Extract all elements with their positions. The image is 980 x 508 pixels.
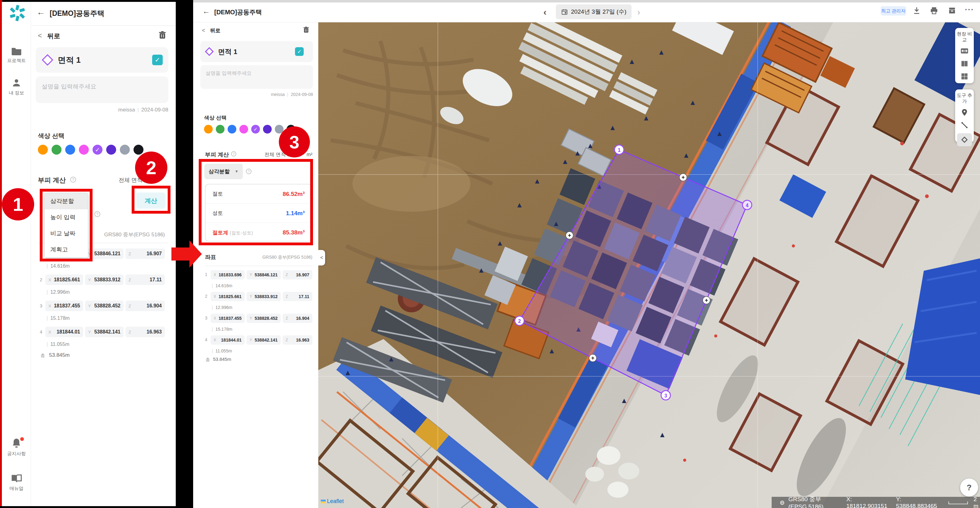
scale-label: 2 m [974, 496, 980, 508]
point-z-field[interactable]: Z17.11 [283, 292, 312, 301]
project-back-arrow-icon[interactable]: ← [37, 8, 45, 17]
point-x-field[interactable]: X181837.455 [45, 301, 83, 311]
segment-distance: |12.996m [46, 290, 70, 295]
coords-section-title: 좌표 [205, 253, 216, 261]
point-z-field[interactable]: Z17.11 [126, 274, 165, 285]
more-menu-button[interactable]: ⋯ [964, 4, 974, 14]
annotation-badge-1: 1 [2, 188, 34, 220]
method-help-icon[interactable]: ? [94, 211, 100, 217]
color-swatch[interactable] [216, 125, 224, 134]
total-distance: 53.845m [213, 357, 231, 362]
meissa-logo[interactable] [9, 4, 26, 23]
printer-icon [930, 6, 939, 15]
color-swatch[interactable] [79, 145, 89, 154]
vertex-1-label: 1 [618, 148, 621, 153]
color-swatch[interactable] [51, 145, 62, 154]
add-line-button[interactable] [960, 121, 969, 130]
map-viewport[interactable]: + + + + 1 2 3 4 < 현장 비교 [318, 22, 980, 508]
split-2-icon [961, 60, 969, 68]
segment-distance: |11.055m [212, 349, 232, 354]
project-back-arrow-icon[interactable]: ← [202, 7, 210, 16]
project-title: [DEMO]공동주택 [50, 9, 104, 18]
back-chevron-icon[interactable]: < [202, 27, 205, 34]
point-z-field[interactable]: Z16.907 [283, 270, 312, 279]
point-y-field[interactable]: Y538846.121 [247, 270, 281, 279]
point-z-field[interactable]: Z16.963 [283, 335, 312, 345]
compare-tools-card: 현장 비교 [955, 28, 974, 83]
split-4-view-button[interactable] [960, 72, 969, 81]
add-area-button-selected[interactable] [957, 133, 972, 146]
color-swatch[interactable] [263, 125, 272, 134]
point-z-field[interactable]: Z16.904 [283, 314, 312, 323]
color-swatch[interactable] [134, 145, 143, 154]
point-y-field[interactable]: Y538833.912 [247, 292, 281, 301]
sidebar-item-manual[interactable]: 매뉴얼 [2, 474, 31, 492]
area-diamond-icon [960, 135, 969, 144]
point-index: 3 [205, 315, 207, 320]
location-pin-icon [961, 108, 969, 116]
tools-card-title: 도구 추가 [955, 89, 974, 104]
total-label: 총 [40, 353, 45, 358]
point-y-field[interactable]: Y538842.141 [85, 326, 124, 337]
feature-visibility-checkbox[interactable]: ✓ [295, 47, 304, 56]
archive-button[interactable] [948, 6, 956, 16]
sidebar-item-projects[interactable]: 프로젝트 [2, 46, 31, 64]
volume-help-icon[interactable]: ? [70, 177, 76, 183]
point-z-field[interactable]: Z16.963 [126, 326, 165, 337]
date-picker-button[interactable]: 2024년 3월 27일 (수) [556, 4, 632, 19]
segment-distance: |15.178m [212, 326, 232, 332]
color-swatch[interactable] [228, 125, 236, 134]
feature-visibility-checkbox[interactable]: ✓ [152, 55, 163, 65]
point-x-field[interactable]: X181837.455 [210, 314, 245, 323]
app-screen: ‹ 2024년 3월 27일 (수) › 최고 관리자 ⋯ ← [DEMO]공동… [0, 0, 980, 508]
color-swatch[interactable] [38, 145, 48, 154]
swipe-compare-button[interactable] [960, 46, 969, 56]
status-y: Y: 538848.883465 [896, 496, 937, 508]
point-z-field[interactable]: Z16.907 [126, 248, 165, 259]
project-title: [DEMO]공동주택 [214, 8, 262, 16]
back-button[interactable]: 뒤로 [47, 32, 60, 40]
back-chevron-icon[interactable]: < [38, 32, 42, 40]
split-2-view-button[interactable] [960, 59, 969, 68]
point-y-field[interactable]: Y538828.452 [85, 301, 124, 311]
color-swatch[interactable] [65, 145, 75, 154]
description-input[interactable]: 설명을 입력해주세요 [36, 76, 168, 103]
point-index: 3 [40, 303, 42, 308]
color-swatch[interactable] [106, 145, 116, 154]
add-marker-button[interactable] [960, 108, 969, 117]
back-button[interactable]: 뒤로 [210, 27, 221, 34]
feature-card[interactable] [36, 47, 168, 73]
date-next-button[interactable]: › [637, 7, 640, 18]
color-swatch[interactable] [204, 125, 213, 134]
point-x-field[interactable]: X181844.01 [210, 335, 245, 345]
color-swatch-selected[interactable]: ✓ [92, 145, 102, 154]
help-button[interactable]: ? [960, 478, 978, 497]
point-x-field[interactable]: X181833.696 [210, 270, 245, 279]
delete-button[interactable] [158, 30, 167, 41]
color-swatch[interactable] [239, 125, 248, 134]
point-y-field[interactable]: Y538842.141 [247, 335, 281, 345]
admin-role-badge: 최고 관리자 [881, 6, 906, 16]
line-measure-icon [961, 121, 969, 129]
download-button[interactable] [912, 6, 921, 16]
date-prev-button[interactable]: ‹ [543, 7, 547, 18]
map-attribution[interactable]: Leaflet [321, 498, 344, 505]
point-y-field[interactable]: Y538833.912 [85, 274, 124, 285]
delete-button[interactable] [302, 26, 310, 35]
description-input[interactable]: 설명을 입력해주세요 [200, 65, 313, 89]
sidebar-item-notices[interactable]: 공지사항 [2, 438, 31, 457]
point-x-field[interactable]: X181825.661 [210, 292, 245, 301]
print-button[interactable] [930, 6, 939, 16]
window-top-edge [193, 0, 980, 3]
point-x-field[interactable]: X181825.661 [45, 274, 83, 285]
color-swatch[interactable] [120, 145, 130, 154]
created-date-label: 2024-09-08 [141, 107, 168, 113]
point-y-field[interactable]: Y538828.452 [247, 314, 281, 323]
point-x-field[interactable]: X181844.01 [45, 326, 83, 337]
point-z-field[interactable]: Z16.904 [126, 301, 165, 311]
sidebar-item-my-info[interactable]: 내 정보 [2, 78, 31, 96]
panel-collapse-button[interactable]: < [318, 250, 325, 266]
aerial-photo: + + + + 1 2 3 4 [318, 22, 980, 508]
color-swatch-selected[interactable]: ✓ [251, 125, 260, 134]
volume-section-title: 부피 계산 [38, 176, 66, 185]
